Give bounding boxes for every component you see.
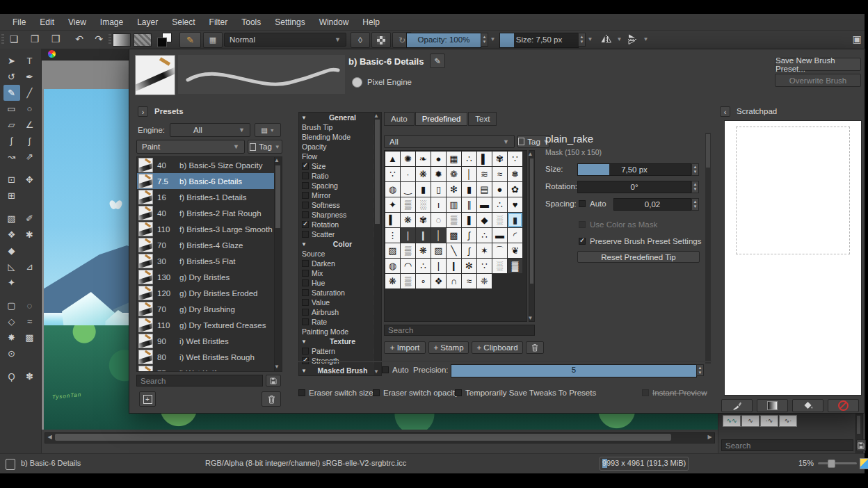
brush-tip-cell[interactable]: ▲	[385, 152, 400, 166]
brush-tip-cell[interactable]: ░	[416, 197, 431, 212]
brush-tip-cell[interactable]: ∴	[416, 259, 431, 273]
option-checkbox-rate[interactable]	[302, 318, 309, 325]
brush-tip-cell[interactable]: ❧	[416, 152, 431, 166]
toolbar-drag-handle[interactable]	[108, 34, 111, 45]
preset-row[interactable]: 80i) Wet Bristles Rough	[137, 349, 282, 365]
scroll-down-icon[interactable]: ▼	[373, 368, 380, 375]
brush-option-darken[interactable]: Darken	[299, 259, 381, 268]
image-dimensions-field[interactable]: 9993 x 4961 (191,3 MiB)	[600, 457, 689, 471]
brush-tip-cell[interactable]: ◍	[385, 259, 400, 273]
polygon-tool[interactable]: ▱	[3, 117, 20, 133]
brush-tip-cell[interactable]: ▒	[401, 274, 415, 288]
scratchpad-reset-button[interactable]	[828, 399, 859, 412]
tip-rotation-field[interactable]: 0°	[577, 181, 691, 193]
opacity-slider[interactable]: Opacity: 100%	[406, 33, 481, 48]
preset-row[interactable]: 120g) Dry Bristles Eroded	[137, 285, 282, 301]
preset-row[interactable]: 40b) Basic-5 Size Opacity	[137, 157, 282, 173]
menu-tools[interactable]: Tools	[234, 14, 268, 31]
menu-file[interactable]: File	[6, 14, 33, 31]
brush-tip-cell[interactable]: ❈	[477, 274, 492, 288]
brush-option-rate[interactable]: Rate	[299, 317, 381, 327]
preset-row[interactable]: 7.5b) Basic-6 Details	[137, 173, 282, 189]
footer-checkbox[interactable]	[373, 389, 380, 396]
scroll-down-icon[interactable]: ▼	[273, 364, 280, 371]
brush-tip-cell[interactable]: │	[431, 228, 446, 243]
option-checkbox-darken[interactable]	[302, 260, 309, 267]
brush-tip-cell[interactable]: ⌒	[492, 243, 507, 258]
color-sampler-tool[interactable]: ✐	[22, 211, 38, 227]
preset-row[interactable]: 70f) Bristles-4 Glaze	[137, 237, 282, 253]
blending-mode-dropdown[interactable]: Normal▼	[224, 33, 346, 47]
brush-tip-cell[interactable]: ▒	[401, 197, 415, 212]
preset-row[interactable]: 90i) Wet Bristles	[137, 333, 282, 349]
save-new-brush-preset-button[interactable]: Save New Brush Preset...	[775, 58, 861, 71]
assistants-tool[interactable]: ◺	[3, 259, 20, 275]
freehand-selection-tool[interactable]: ≈	[22, 314, 38, 330]
brush-tip-cell[interactable]: ●	[431, 152, 446, 166]
tab-predefined[interactable]: Predefined	[415, 112, 468, 126]
import-tip-button[interactable]: + Import	[384, 341, 426, 354]
size-slider[interactable]: Size: 7,50 px	[499, 33, 579, 48]
option-section-general[interactable]: ▼General	[299, 113, 381, 122]
brush-option-pattern[interactable]: Pattern	[299, 346, 381, 356]
tip-spacing-field[interactable]: 0,02	[613, 198, 691, 211]
horizontal-scrollbar[interactable]: ◀ ▶	[45, 432, 715, 444]
brush-tip-cell[interactable]: ❙	[447, 259, 461, 273]
pattern-edit-tool[interactable]: ❖	[3, 227, 20, 243]
option-checkbox-spacing[interactable]	[302, 182, 309, 189]
brush-tip-cell[interactable]: ∩	[447, 274, 461, 288]
brush-option-scatter[interactable]: Scatter	[299, 229, 381, 239]
use-color-as-mask-checkbox[interactable]	[579, 221, 586, 228]
brush-tip-cell[interactable]: │	[462, 167, 476, 181]
open-document-icon[interactable]: ❐	[26, 32, 43, 46]
brush-tip-cell[interactable]: ░	[492, 213, 507, 227]
overview-thumbnail-icon[interactable]	[860, 458, 868, 469]
brush-tip-cell[interactable]: ❋	[416, 243, 431, 258]
presets-view-menu-button[interactable]: ▤▼	[255, 123, 281, 137]
brush-tip-cell[interactable]: ✦	[385, 197, 400, 212]
opacity-spinner[interactable]: ▲▼	[481, 33, 488, 47]
mirror-horizontal-arrow[interactable]: ▼	[616, 36, 622, 42]
brush-option-saturation[interactable]: Saturation	[299, 288, 381, 298]
brush-tip-cell[interactable]: ∴	[492, 197, 507, 212]
options-scrollbar[interactable]: ▲ ▼	[374, 113, 381, 375]
brush-tip-cell[interactable]: ╲	[447, 243, 461, 258]
contiguous-selection-tool[interactable]: ✸	[3, 330, 20, 345]
brush-tip-cell[interactable]: ♥	[508, 197, 522, 212]
brush-tip-cell[interactable]: ●	[492, 182, 507, 197]
tip-grid-scrollbar[interactable]: ▲ ▼	[529, 150, 535, 322]
freehand-brush-tool[interactable]: ✎	[3, 85, 20, 101]
redo-icon[interactable]: ↷	[90, 32, 107, 46]
brush-option-ratio[interactable]: Ratio	[299, 171, 381, 181]
brush-tip-cell[interactable]: ▬	[477, 197, 492, 212]
preserve-alpha-button[interactable]	[371, 32, 391, 48]
brush-tip-cell[interactable]: ❁	[447, 167, 461, 181]
option-checkbox-scatter[interactable]	[302, 231, 309, 238]
preset-row[interactable]: 16f) Bristles-1 Details	[137, 189, 282, 205]
brush-option-spacing[interactable]: Spacing	[299, 181, 381, 190]
instant-preview-checkbox[interactable]	[642, 389, 649, 396]
brush-preset-thumbnail[interactable]: ·∿	[760, 415, 778, 427]
brush-option-value[interactable]: Value	[299, 298, 381, 307]
scroll-left-icon[interactable]: ◀	[45, 433, 54, 441]
move-tool[interactable]: ✥	[22, 172, 38, 188]
brush-tip-cell[interactable]: ▧	[385, 243, 400, 258]
brush-presets-chooser[interactable]: ▦	[203, 32, 223, 48]
option-checkbox-rotation[interactable]	[302, 221, 309, 228]
scratchpad-paint-button[interactable]	[721, 399, 753, 412]
brush-tip-cell[interactable]: ▦	[447, 152, 461, 166]
spacing-field-spinner[interactable]: ▲▼	[691, 198, 699, 211]
brush-tip-cell[interactable]: ❘	[431, 259, 446, 273]
bezier-curve-tool[interactable]: ∫	[3, 133, 20, 149]
option-checkbox-hue[interactable]	[302, 279, 309, 286]
option-checkbox-size[interactable]	[302, 163, 309, 170]
brush-tip-cell[interactable]: ✿	[508, 182, 522, 197]
new-document-icon[interactable]: ❏	[6, 32, 22, 46]
tip-panel-scrollbar[interactable]	[705, 133, 711, 364]
crop-tool[interactable]: ⊞	[3, 188, 20, 204]
brush-tip-cell[interactable]: ❇	[447, 182, 461, 197]
brush-tip-cell[interactable]: ❖	[431, 274, 446, 288]
undo-icon[interactable]: ↶	[71, 32, 88, 46]
brush-tip-cell[interactable]: ✹	[431, 167, 446, 181]
option-checkbox-pattern[interactable]	[302, 348, 309, 355]
